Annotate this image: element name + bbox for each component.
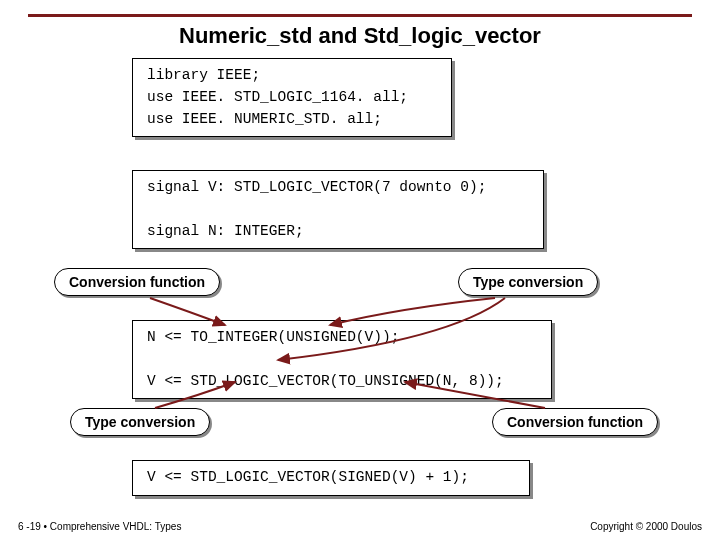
footer-left: 6 -19 • Comprehensive VHDL: Types xyxy=(18,521,181,532)
page-title: Numeric_std and Std_logic_vector xyxy=(0,23,720,49)
label-conversion-function-top: Conversion function xyxy=(54,268,220,296)
label-type-conversion-top: Type conversion xyxy=(458,268,598,296)
code-box-conversions: N <= TO_INTEGER(UNSIGNED(V)); V <= STD_L… xyxy=(132,320,552,399)
code-box-signals: signal V: STD_LOGIC_VECTOR(7 downto 0); … xyxy=(132,170,544,249)
footer-right: Copyright © 2000 Doulos xyxy=(590,521,702,532)
horizontal-rule xyxy=(28,14,692,17)
code-box-library: library IEEE; use IEEE. STD_LOGIC_1164. … xyxy=(132,58,452,137)
code-box-expression: V <= STD_LOGIC_VECTOR(SIGNED(V) + 1); xyxy=(132,460,530,496)
label-conversion-function-bottom: Conversion function xyxy=(492,408,658,436)
label-type-conversion-bottom: Type conversion xyxy=(70,408,210,436)
